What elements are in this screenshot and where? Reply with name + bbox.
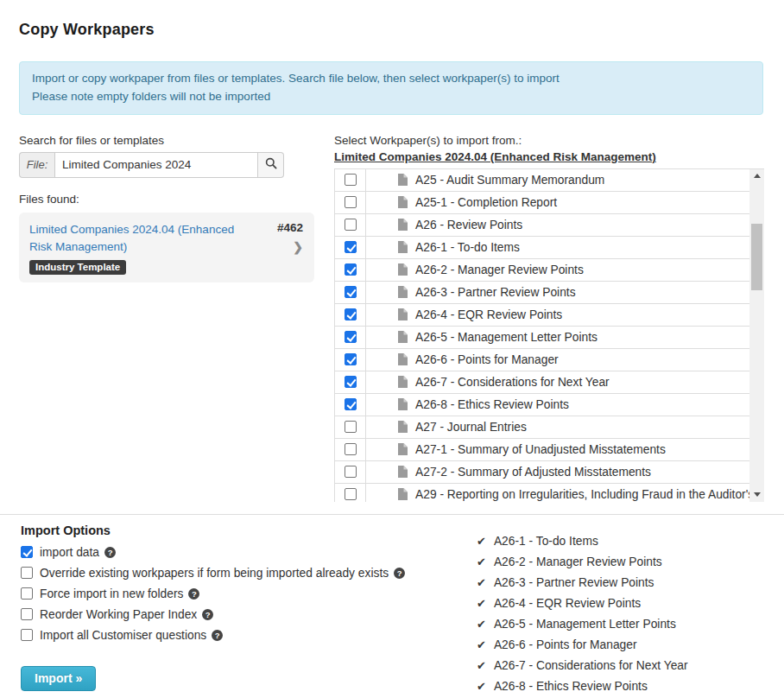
workpaper-checkbox[interactable] [345, 286, 357, 298]
workpaper-checkbox[interactable] [345, 196, 357, 208]
workpaper-checkbox[interactable] [345, 466, 357, 478]
selected-summary-item: ✔ A26-1 - To-do Items [477, 536, 688, 548]
scrollbar[interactable] [749, 169, 764, 502]
scrollbar-thumb[interactable] [751, 224, 762, 290]
selected-summary-label: A26-7 - Considerations for Next Year [494, 659, 688, 672]
workpaper-checkbox[interactable] [345, 488, 357, 500]
table-row: A26-3 - Partner Review Points [334, 282, 749, 304]
table-row: A29 - Reporting on Irregularities, Inclu… [334, 484, 749, 502]
workpaper-checkbox-cell [335, 237, 366, 258]
workpaper-checkbox[interactable] [345, 174, 357, 186]
workpaper-checkbox[interactable] [345, 353, 357, 365]
source-file-link[interactable]: Limited Companies 2024.04 (Enhanced Risk… [334, 150, 656, 163]
option-checkbox[interactable] [21, 629, 33, 641]
document-icon [398, 174, 408, 186]
option-label: Force import in new folders [40, 587, 183, 600]
workpaper-cell: A26-4 - EQR Review Points [366, 304, 749, 326]
workpaper-checkbox-cell [335, 214, 366, 236]
file-result-ref: #462 [277, 221, 303, 234]
option-checkbox[interactable] [21, 567, 33, 579]
workpaper-checkbox[interactable] [345, 263, 357, 276]
document-icon [398, 196, 408, 208]
workpaper-label: A27 - Journal Entries [415, 421, 527, 434]
import-option-row: Import all Customiser questions ? [21, 629, 458, 642]
page-title: Copy Workpapers [19, 21, 784, 39]
document-icon [398, 488, 408, 500]
table-row: A27-2 - Summary of Adjusted Misstatement… [334, 461, 749, 484]
workpaper-checkbox-cell [335, 484, 366, 502]
document-icon [398, 219, 408, 231]
document-icon [398, 263, 408, 276]
scrollbar-up-arrow[interactable] [749, 169, 764, 183]
workpaper-label: A27-2 - Summary of Adjusted Misstatement… [415, 466, 651, 479]
selected-summary-item: ✔ A26-3 - Partner Review Points [477, 577, 688, 589]
workpaper-cell: A25 - Audit Summary Memorandum [366, 169, 749, 191]
selected-summary-label: A26-3 - Partner Review Points [494, 576, 654, 589]
option-checkbox[interactable] [21, 587, 33, 600]
triangle-up-icon [754, 174, 761, 178]
search-panel: Search for files or templates File: File… [19, 134, 316, 502]
search-button[interactable] [258, 152, 284, 178]
check-icon: ✔ [477, 597, 486, 610]
help-icon[interactable]: ? [212, 630, 223, 641]
document-icon [398, 398, 408, 410]
file-result-card[interactable]: Limited Companies 2024.04 (Enhanced Risk… [19, 213, 314, 283]
selected-summary-label: A26-5 - Management Letter Points [494, 618, 676, 631]
workpaper-select-panel: Select Workpaper(s) to import from.: Lim… [334, 134, 764, 502]
workpaper-label: A26-2 - Manager Review Points [415, 263, 584, 276]
scrollbar-down-arrow[interactable] [749, 488, 764, 502]
selected-summary-item: ✔ A26-4 - EQR Review Points [477, 598, 688, 610]
check-icon: ✔ [477, 680, 486, 693]
selected-summary-label: A26-6 - Points for Manager [494, 638, 637, 651]
table-row: A26-2 - Manager Review Points [334, 259, 749, 282]
document-icon [398, 241, 408, 253]
workpaper-checkbox-cell [335, 169, 366, 191]
workpaper-label: A26-3 - Partner Review Points [415, 286, 576, 299]
check-icon: ✔ [477, 555, 486, 568]
workpaper-checkbox[interactable] [345, 331, 357, 343]
info-banner: Import or copy workpaper from files or t… [19, 61, 763, 115]
workpaper-cell: A26-7 - Considerations for Next Year [366, 371, 749, 393]
document-icon [398, 308, 408, 320]
workpaper-checkbox-cell [335, 349, 366, 371]
selected-summary-panel: ✔ A26-1 - To-do Items ✔ A26-2 - Manager … [477, 524, 688, 698]
document-icon [398, 376, 408, 388]
help-icon[interactable]: ? [394, 568, 405, 579]
workpaper-checkbox[interactable] [345, 443, 357, 455]
workpaper-checkbox[interactable] [345, 376, 357, 388]
chevron-right-icon: ❯ [293, 240, 303, 254]
option-checkbox[interactable] [21, 608, 33, 620]
workpaper-checkbox[interactable] [345, 398, 357, 410]
workpaper-label: A26-1 - To-do Items [415, 241, 520, 254]
table-row: A26-7 - Considerations for Next Year [334, 371, 749, 394]
check-icon: ✔ [477, 618, 486, 631]
workpaper-cell: A26-6 - Points for Manager [366, 349, 749, 371]
table-row: A25-1 - Completion Report [334, 192, 749, 214]
help-icon[interactable]: ? [104, 547, 116, 558]
workpaper-checkbox-cell [335, 461, 366, 483]
table-row: A27-1 - Summary of Unadjusted Misstateme… [334, 439, 749, 461]
files-found-label: Files found: [19, 193, 316, 206]
import-button[interactable]: Import » [21, 666, 96, 691]
workpaper-label: A29 - Reporting on Irregularities, Inclu… [415, 488, 749, 501]
workpaper-cell: A29 - Reporting on Irregularities, Inclu… [366, 484, 749, 502]
selected-summary-item: ✔ A26-6 - Points for Manager [477, 639, 688, 651]
workpaper-checkbox[interactable] [345, 219, 357, 231]
info-banner-line2: Please note empty folders will not be im… [32, 88, 750, 106]
info-banner-line1: Import or copy workpaper from files or t… [32, 70, 750, 88]
check-icon: ✔ [477, 638, 486, 651]
workpaper-checkbox[interactable] [345, 308, 357, 320]
workpaper-cell: A26-1 - To-do Items [366, 237, 749, 258]
option-checkbox[interactable] [21, 546, 33, 558]
workpaper-checkbox[interactable] [345, 421, 357, 433]
workpaper-checkbox-cell [335, 192, 366, 213]
workpaper-label: A26-7 - Considerations for Next Year [415, 376, 610, 389]
selected-summary-label: A26-8 - Ethics Review Points [494, 680, 648, 693]
help-icon[interactable]: ? [188, 588, 199, 600]
workpaper-checkbox[interactable] [345, 241, 357, 253]
file-result-link[interactable]: Limited Companies 2024.04 (Enhanced Risk… [29, 221, 245, 257]
workpaper-select-label: Select Workpaper(s) to import from.: [334, 134, 764, 147]
file-search-input[interactable] [54, 152, 258, 178]
help-icon[interactable]: ? [202, 609, 213, 620]
import-option-row: Force import in new folders ? [21, 587, 458, 600]
